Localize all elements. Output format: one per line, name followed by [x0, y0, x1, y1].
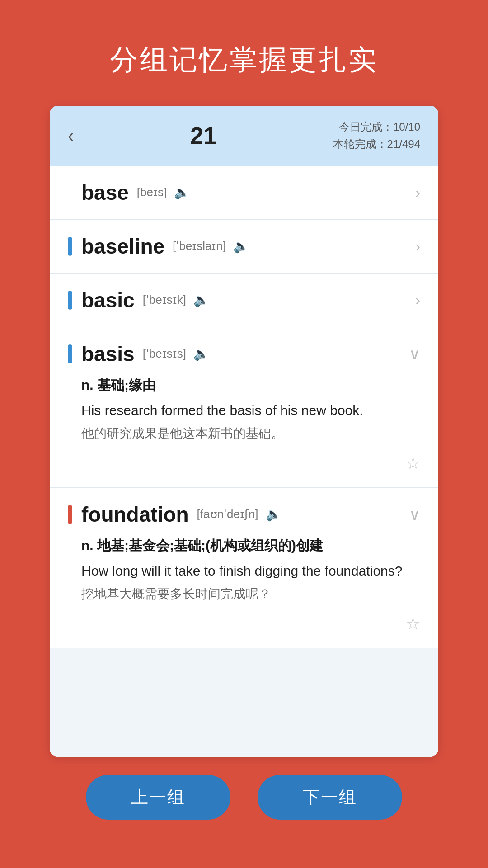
word-phonetic: [ˈbeɪslaɪn] — [173, 239, 226, 253]
word-indicator — [68, 291, 72, 310]
word-phonetic: [ˈbeɪsɪk] — [143, 293, 186, 307]
word-text: basis — [81, 342, 135, 366]
next-group-button[interactable]: 下一组 — [258, 775, 402, 820]
header-stats: 今日完成：10/10 本轮完成：21/494 — [333, 118, 420, 153]
word-row[interactable]: base [beɪs] 🔈 › — [50, 166, 438, 220]
card-number: 21 — [190, 122, 216, 149]
word-phonetic: [ˈbeɪsɪs] — [143, 347, 186, 361]
definition-example-cn: 他的研究成果是他这本新书的基础。 — [81, 424, 420, 443]
word-row-header: foundation [faʊnˈdeɪʃn] 🔈 ∨ — [68, 502, 420, 527]
definition-pos: n. 基础;缘由 — [81, 376, 420, 395]
speaker-icon[interactable]: 🔈 — [174, 185, 190, 200]
word-phonetic: [faʊnˈdeɪʃn] — [197, 507, 258, 521]
definition-example-en: How long will it take to finish digging … — [81, 561, 420, 581]
speaker-icon[interactable]: 🔈 — [193, 346, 209, 361]
back-button[interactable]: ‹ — [68, 126, 74, 146]
bottom-buttons: 上一组 下一组 — [50, 757, 438, 847]
star-icon[interactable]: ☆ — [406, 454, 420, 473]
word-row[interactable]: basic [ˈbeɪsɪk] 🔈 › — [50, 274, 438, 327]
word-row-header: basic [ˈbeɪsɪk] 🔈 › — [68, 288, 420, 312]
speaker-icon[interactable]: 🔈 — [193, 292, 209, 307]
prev-group-button[interactable]: 上一组 — [86, 775, 230, 820]
speaker-icon[interactable]: 🔈 — [233, 239, 249, 254]
card-header: ‹ 21 今日完成：10/10 本轮完成：21/494 — [50, 106, 438, 166]
word-row-expanded[interactable]: basis [ˈbeɪsɪs] 🔈 ∨ n. 基础;缘由 His researc… — [50, 327, 438, 488]
word-row-header: baseline [ˈbeɪslaɪn] 🔈 › — [68, 234, 420, 259]
definition-example-cn: 挖地基大概需要多长时间完成呢？ — [81, 585, 420, 604]
word-indicator — [68, 505, 72, 524]
word-card: ‹ 21 今日完成：10/10 本轮完成：21/494 base [beɪs] … — [50, 106, 438, 757]
word-row-header: base [beɪs] 🔈 › — [68, 180, 420, 205]
expand-arrow[interactable]: › — [415, 184, 420, 201]
speaker-icon[interactable]: 🔈 — [266, 507, 282, 522]
word-definition: n. 地基;基金会;基础;(机构或组织的)创建 How long will it… — [68, 537, 420, 611]
word-definition: n. 基础;缘由 His research formed the basis o… — [68, 376, 420, 450]
word-text: foundation — [81, 502, 189, 527]
definition-example-en: His research formed the basis of his new… — [81, 400, 420, 420]
collapse-arrow[interactable]: ∨ — [409, 505, 420, 524]
word-row-header: basis [ˈbeɪsɪs] 🔈 ∨ — [68, 342, 420, 366]
stats-today: 今日完成：10/10 — [333, 118, 420, 136]
word-row[interactable]: baseline [ˈbeɪslaɪn] 🔈 › — [50, 220, 438, 274]
word-text: baseline — [81, 234, 164, 259]
word-text: basic — [81, 288, 135, 312]
word-indicator — [68, 237, 72, 256]
word-indicator — [68, 344, 72, 363]
collapse-arrow[interactable]: ∨ — [409, 345, 420, 363]
word-text: base — [81, 180, 129, 205]
page-title: 分组记忆掌握更扎实 — [110, 41, 378, 79]
stats-round: 本轮完成：21/494 — [333, 136, 420, 153]
word-indicator — [68, 183, 72, 202]
word-phonetic: [beɪs] — [137, 185, 167, 199]
expand-arrow[interactable]: › — [415, 237, 420, 255]
expand-arrow[interactable]: › — [415, 291, 420, 309]
word-row-expanded[interactable]: foundation [faʊnˈdeɪʃn] 🔈 ∨ n. 地基;基金会;基础… — [50, 488, 438, 648]
empty-area — [50, 648, 438, 757]
definition-pos: n. 地基;基金会;基础;(机构或组织的)创建 — [81, 537, 420, 555]
star-icon[interactable]: ☆ — [406, 614, 420, 633]
